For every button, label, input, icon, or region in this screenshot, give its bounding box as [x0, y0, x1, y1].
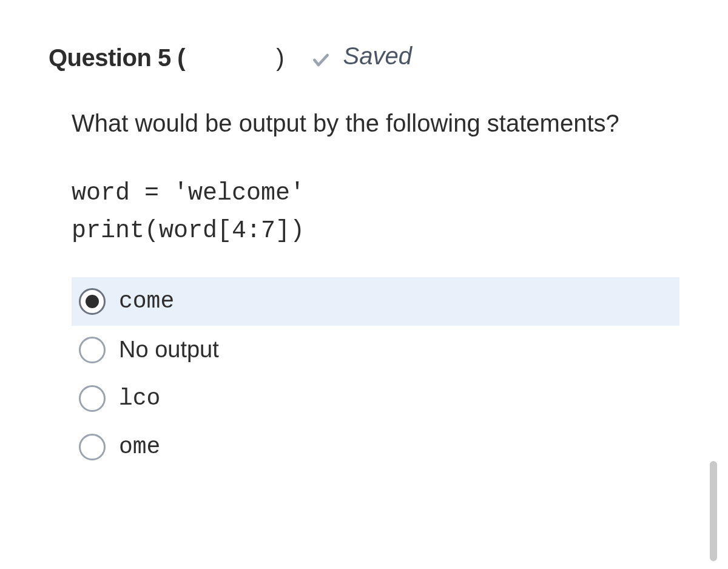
- answer-option-2[interactable]: lco: [72, 374, 679, 423]
- code-block: word = 'welcome' print(word[4:7]): [72, 175, 679, 250]
- question-prompt: What would be output by the following st…: [72, 105, 679, 141]
- answer-options: come No output lco ome: [72, 277, 679, 471]
- check-icon: [311, 50, 331, 70]
- radio-icon: [79, 434, 106, 460]
- radio-icon: [79, 385, 106, 412]
- saved-status: Saved: [311, 42, 411, 70]
- answer-option-label: No output: [119, 337, 219, 363]
- scrollbar-thumb[interactable]: [710, 461, 717, 561]
- answer-option-label: come: [119, 288, 174, 314]
- radio-icon: [79, 337, 106, 363]
- question-body: What would be output by the following st…: [49, 105, 679, 471]
- answer-option-label: lco: [119, 385, 160, 411]
- question-header-closing: ): [276, 44, 284, 72]
- question-number-label: Question 5 (: [49, 44, 185, 72]
- saved-text: Saved: [343, 42, 411, 70]
- quiz-question: Question 5 ( ) Saved What would be outpu…: [0, 0, 728, 471]
- answer-option-3[interactable]: ome: [72, 423, 679, 471]
- radio-icon: [79, 288, 106, 315]
- answer-option-label: ome: [119, 434, 160, 460]
- answer-option-0[interactable]: come: [72, 277, 679, 326]
- question-header: Question 5 ( ) Saved: [49, 42, 679, 72]
- answer-option-1[interactable]: No output: [72, 326, 679, 374]
